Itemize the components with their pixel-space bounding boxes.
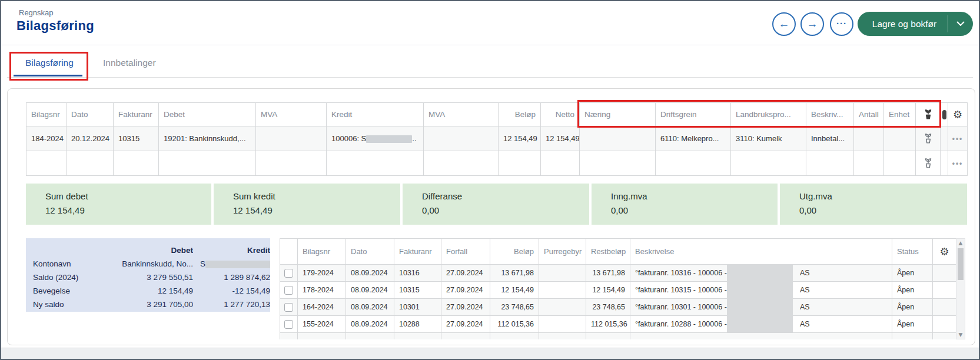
voucher-cell-belop[interactable]: 12 154,49 [499, 126, 541, 151]
save-and-post-button[interactable]: Lagre og bokfør [858, 12, 973, 36]
invoice-table-wrap: BilagsnrDatoFakturanrForfallBeløpPurrege… [280, 238, 956, 339]
voucher-cell-dato[interactable]: 20.12.2024 [67, 126, 114, 151]
row-checkbox[interactable] [284, 320, 293, 329]
voucher-settings-header[interactable]: ⚙ [948, 103, 968, 126]
invoice-row[interactable]: 178-202408.09.20241031527.09.202412 154,… [280, 282, 956, 299]
voucher-cell-debet[interactable]: 19201: Bankinnskudd,... [159, 126, 256, 151]
summary-item: Sum kredit12 154,49 [214, 184, 400, 225]
breadcrumb[interactable]: Regnskap [19, 8, 54, 17]
save-and-post-label: Lagre og bokfør [858, 19, 948, 29]
invoice-row[interactable]: 179-202408.09.20241031627.09.202413 671,… [280, 265, 956, 282]
plant-icon[interactable] [922, 157, 935, 170]
voucher-cell-antall[interactable] [854, 151, 884, 176]
voucher-cell-enhet[interactable] [884, 151, 916, 176]
row-menu-icon[interactable]: ••• [952, 159, 964, 168]
active-tab-underline [14, 75, 82, 76]
more-actions-button[interactable]: ··· [830, 12, 853, 36]
voucher-cell-driftsgrein[interactable]: 6110: Melkepro... [656, 126, 731, 151]
voucher-cell-naering[interactable] [580, 126, 656, 151]
voucher-cell-mva1[interactable] [256, 151, 327, 176]
status-badge: Åpen [892, 265, 933, 282]
chevron-down-icon [956, 21, 965, 26]
settings-icon[interactable]: ⚙ [953, 108, 962, 121]
invoice-settings-header[interactable]: ⚙ [933, 239, 956, 265]
row-plant-action[interactable] [916, 126, 941, 151]
acct-kredit-value: S [193, 257, 270, 271]
voucher-cell-mva2[interactable] [424, 151, 499, 176]
account-balance-table: DebetKreditKontonavnBankinnskudd, No...S… [33, 244, 270, 311]
row-menu-cell[interactable]: ••• [948, 151, 968, 176]
voucher-cell-kredit[interactable]: 100006: S.. [327, 126, 424, 151]
tab-innbetalinger[interactable]: Innbetalinger [103, 58, 156, 68]
attachment-column-header[interactable] [941, 103, 948, 126]
voucher-cell-debet[interactable] [159, 151, 256, 176]
voucher-col-header: MVA [424, 103, 499, 126]
voucher-cell-beskrivelse[interactable]: Innbetal... [806, 126, 854, 151]
voucher-cell-dato[interactable] [67, 151, 114, 176]
next-button[interactable]: → [800, 12, 824, 36]
voucher-cell-mva2[interactable] [424, 126, 499, 151]
page-title: Bilagsføring [16, 18, 94, 34]
invoice-row[interactable]: 155-202408.09.20241028827.09.2024112 015… [280, 316, 956, 333]
attachment-icon [942, 110, 946, 119]
voucher-table-wrap: BilagsnrDatoFakturanrDebetMVAKreditMVABe… [26, 102, 968, 176]
invoice-scrollbar[interactable]: ▲ ▼ [956, 238, 965, 339]
voucher-cell-beskrivelse[interactable] [806, 151, 854, 176]
voucher-cell-bilagsnr[interactable] [26, 151, 67, 176]
summary-item: Utg.mva0,00 [780, 184, 967, 225]
voucher-cell-belop[interactable] [499, 151, 541, 176]
voucher-cell-landbruksprodukt[interactable] [731, 151, 806, 176]
voucher-cell-landbruksprodukt[interactable]: 3110: Kumelk [731, 126, 806, 151]
voucher-cell-mva1[interactable] [256, 126, 327, 151]
plant-column-header[interactable] [916, 103, 941, 126]
scroll-down-icon[interactable]: ▼ [956, 332, 965, 338]
beskrivelse-suffix: AS [800, 316, 810, 333]
row-checkbox[interactable] [284, 269, 293, 278]
plant-icon[interactable] [922, 108, 935, 121]
beskrivelse-suffix: AS [800, 265, 810, 282]
voucher-cell-antall[interactable] [854, 126, 884, 151]
acct-row-label: Bevegelse [33, 284, 108, 298]
row-plant-action[interactable] [916, 151, 941, 176]
voucher-cell-netto[interactable] [541, 151, 580, 176]
invoice-cell-bilagsnr: 179-2024 [298, 265, 346, 282]
row-menu-icon[interactable]: ••• [952, 135, 964, 143]
voucher-col-header: Fakturanr [114, 103, 159, 126]
voucher-col-header: Enhet [884, 103, 916, 126]
invoice-row[interactable]: 164-202408.09.20241030127.09.202423 748,… [280, 299, 956, 316]
voucher-col-header: Landbrukspro... [731, 103, 806, 126]
invoice-cell-restbelop: 112 015,36 [586, 316, 630, 333]
invoice-cell-belop: 112 015,36 [490, 316, 539, 333]
invoice-cell-restbelop: 13 671,98 [586, 265, 630, 282]
summary-item: Sum debet12 154,49 [26, 184, 211, 225]
invoice-cell-restbelop: 23 748,65 [586, 299, 630, 316]
voucher-cell-enhet[interactable] [884, 126, 916, 151]
summary-value: 0,00 [799, 205, 967, 215]
row-menu-cell[interactable]: ••• [948, 126, 968, 151]
acct-row: Saldo (2024)3 279 550,511 289 874,62 [33, 271, 270, 284]
voucher-cell-fakturanr[interactable] [114, 151, 159, 176]
prev-button[interactable]: ← [772, 12, 796, 36]
acct-row-label: Ny saldo [33, 298, 108, 311]
scroll-up-icon[interactable]: ▲ [956, 240, 965, 246]
acct-debet-value: 3 291 705,00 [108, 298, 193, 311]
voucher-cell-fakturanr[interactable]: 10315 [114, 126, 159, 151]
invoice-cell-dato: 08.09.2024 [346, 299, 394, 316]
plant-icon[interactable] [922, 132, 935, 145]
row-checkbox[interactable] [284, 303, 293, 312]
scrollbar-thumb[interactable] [958, 248, 964, 280]
row-checkbox[interactable] [284, 286, 293, 295]
invoice-row-actions [933, 265, 956, 282]
voucher-cell-driftsgrein[interactable] [656, 151, 731, 176]
settings-icon[interactable]: ⚙ [939, 245, 949, 258]
acct-debet-header: Debet [108, 244, 193, 257]
voucher-cell-bilagsnr[interactable]: 184-2024 [26, 126, 67, 151]
save-options-toggle[interactable] [948, 21, 973, 26]
voucher-col-header: Driftsgrein [656, 103, 731, 126]
summary-label: Inng.mva [611, 191, 778, 201]
tab-bilagsforing[interactable]: Bilagsføring [25, 58, 74, 68]
voucher-cell-netto[interactable]: 12 154,49 [541, 126, 580, 151]
status-badge: Åpen [892, 316, 933, 333]
voucher-cell-kredit[interactable] [327, 151, 424, 176]
voucher-cell-naering[interactable] [580, 151, 656, 176]
